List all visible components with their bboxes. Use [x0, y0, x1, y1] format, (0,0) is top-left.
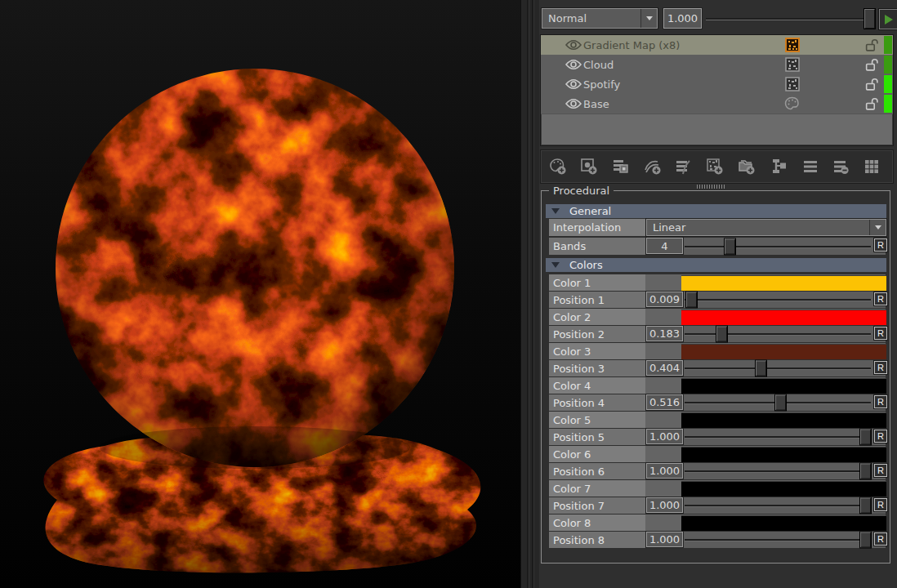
visibility-eye-icon[interactable] [565, 39, 582, 51]
reset-button[interactable]: R [874, 464, 887, 477]
opacity-slider-track[interactable] [706, 18, 875, 20]
reset-button[interactable]: R [874, 532, 887, 546]
list-view-button[interactable] [799, 156, 822, 177]
layer-row[interactable]: Cloud [541, 55, 893, 75]
add-procedural-layer-button[interactable] [703, 156, 726, 177]
color-swatch[interactable] [681, 447, 886, 462]
color-swatch[interactable] [681, 412, 886, 428]
unlock-icon[interactable] [864, 78, 878, 91]
opacity-slider[interactable] [706, 8, 875, 29]
unlock-icon[interactable] [864, 97, 878, 111]
opacity-slider-handle[interactable] [864, 9, 875, 29]
unlock-icon[interactable] [864, 38, 878, 52]
cache-status-badge [884, 56, 892, 74]
position-slider[interactable] [685, 326, 871, 342]
position-slider-handle[interactable] [756, 361, 766, 376]
position-row: Position 2 0.183 R [549, 326, 886, 342]
position-slider[interactable] [685, 360, 871, 376]
position-slider-handle[interactable] [860, 532, 871, 548]
color-swatch[interactable] [681, 344, 886, 359]
add-paint-layer-button[interactable] [547, 156, 569, 177]
remove-layer-button[interactable] [829, 156, 852, 177]
groupbox-title: Procedural [549, 185, 614, 197]
slider-track[interactable] [685, 505, 871, 507]
color-swatch[interactable] [681, 378, 886, 394]
color-row: Color 1 [549, 274, 886, 291]
layer-row[interactable]: Gradient Map (x8) [541, 35, 893, 56]
position-field[interactable]: 0.183 [646, 326, 683, 341]
position-field[interactable]: 1.000 [646, 497, 683, 513]
position-field[interactable]: 1.000 [646, 532, 683, 547]
position-slider[interactable] [685, 463, 871, 479]
visibility-eye-icon[interactable] [565, 59, 582, 70]
slider-track[interactable] [685, 539, 871, 541]
position-slider-handle[interactable] [860, 430, 871, 445]
reset-button[interactable]: R [874, 498, 887, 511]
position-slider-handle[interactable] [686, 292, 697, 308]
slider-track[interactable] [685, 470, 871, 473]
bands-slider[interactable] [685, 238, 871, 255]
position-slider-handle[interactable] [860, 498, 871, 514]
position-slider[interactable] [685, 532, 871, 548]
play-button[interactable] [879, 9, 897, 29]
slider-track[interactable] [685, 246, 871, 248]
slider-track[interactable] [685, 436, 871, 439]
interpolation-dropdown[interactable]: Linear [646, 219, 886, 236]
layer-node-graph-button[interactable] [767, 156, 790, 177]
reset-button[interactable]: R [874, 395, 887, 408]
position-slider-handle[interactable] [716, 327, 727, 342]
copy-layer-button[interactable] [609, 156, 632, 177]
color-swatch[interactable] [681, 481, 886, 497]
palette-icon[interactable] [784, 96, 800, 111]
procedural-layer-icon[interactable] [785, 77, 800, 91]
bands-slider-handle[interactable] [725, 238, 735, 254]
position-field[interactable]: 0.516 [646, 394, 683, 410]
position-field[interactable]: 0.404 [646, 360, 683, 376]
position-slider[interactable] [685, 497, 871, 514]
layer-row[interactable]: Base [541, 94, 893, 114]
color-swatch[interactable] [681, 515, 886, 531]
section-header-colors[interactable]: Colors [546, 258, 886, 272]
reset-button[interactable]: R [874, 361, 887, 374]
color-swatch[interactable] [681, 310, 886, 325]
panel-splitter[interactable] [520, 0, 540, 588]
grid-view-button[interactable] [860, 156, 883, 177]
section-label: Colors [569, 259, 603, 271]
position-row: Position 7 1.000 R [549, 497, 886, 514]
reset-button[interactable]: R [874, 327, 887, 340]
add-group-button[interactable] [735, 156, 758, 177]
position-field[interactable]: 1.000 [646, 463, 683, 479]
slider-track[interactable] [685, 333, 871, 336]
reset-button[interactable]: R [874, 430, 887, 443]
layer-row[interactable]: Spotify [541, 74, 893, 95]
blend-mode-dropdown[interactable]: Normal [542, 8, 658, 29]
procedural-layer-icon[interactable] [785, 38, 800, 52]
visibility-eye-icon[interactable] [565, 78, 582, 90]
bands-field[interactable]: 4 [646, 238, 683, 254]
viewport-3d[interactable] [0, 0, 520, 588]
position-slider[interactable] [685, 429, 871, 445]
opacity-field[interactable]: 1.000 [663, 8, 702, 29]
horizontal-splitter-grip[interactable] [697, 185, 726, 189]
slider-track[interactable] [685, 299, 871, 301]
blend-mode-value: Normal [548, 13, 587, 24]
visibility-eye-icon[interactable] [565, 98, 582, 109]
color-label: Color 2 [549, 309, 645, 325]
position-slider-handle[interactable] [860, 464, 871, 479]
position-slider-handle[interactable] [775, 395, 786, 411]
slider-track[interactable] [685, 368, 871, 370]
reset-button[interactable]: R [874, 292, 887, 305]
position-field[interactable]: 1.000 [646, 429, 683, 444]
add-layer-button[interactable] [578, 156, 600, 177]
unlock-icon[interactable] [864, 58, 878, 72]
reset-button[interactable]: R [874, 238, 887, 252]
color-swatch[interactable] [681, 275, 886, 291]
position-field[interactable]: 0.009 [646, 292, 683, 307]
position-slider[interactable] [685, 394, 871, 411]
position-slider[interactable] [685, 292, 871, 308]
bands-value: 4 [661, 240, 667, 252]
merge-layers-button[interactable] [672, 156, 694, 177]
procedural-layer-icon[interactable] [785, 57, 800, 72]
add-vector-layer-button[interactable] [641, 156, 664, 177]
section-header-general[interactable]: General [546, 204, 886, 218]
